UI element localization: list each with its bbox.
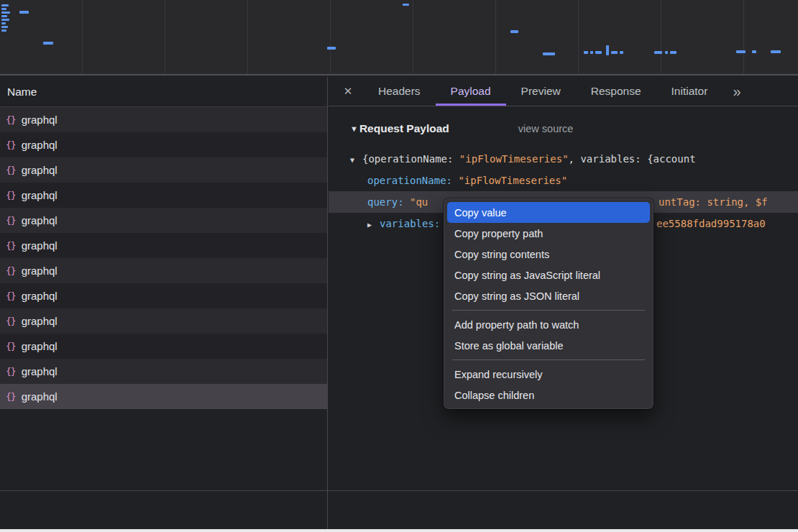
tab-response[interactable]: Response [576, 77, 656, 106]
network-request-row[interactable]: {}graphql [0, 233, 327, 258]
tab-initiator[interactable]: Initiator [656, 77, 723, 106]
close-button[interactable]: ✕ [336, 77, 360, 106]
network-request-row[interactable]: {}graphql [0, 183, 327, 208]
timeline-activity-bar [327, 47, 336, 50]
tab-preview[interactable]: Preview [506, 77, 576, 106]
timeline-activity-bar [595, 51, 602, 54]
window-bottom-edge [0, 529, 798, 532]
network-request-row[interactable]: {}graphql [0, 208, 327, 233]
timeline-activity-bar [1, 15, 7, 17]
timeline-activity-bar [670, 51, 677, 54]
close-icon: ✕ [344, 85, 353, 98]
footer-divider [0, 490, 798, 491]
request-name: graphql [22, 315, 58, 327]
timeline-activity-bar [665, 51, 668, 54]
timeline-activity-bar [403, 4, 409, 6]
menu-item-add-property-path-to-watch[interactable]: Add property path to watch [447, 314, 650, 335]
json-braces-icon: {} [6, 139, 16, 150]
timeline-gridline [743, 0, 744, 74]
timeline-activity-bar [606, 45, 609, 55]
menu-item-expand-recursively[interactable]: Expand recursively [447, 364, 650, 385]
timeline-activity-bar [611, 51, 618, 54]
json-braces-icon: {} [6, 190, 16, 201]
timeline-activity-bar [19, 11, 29, 14]
operation-name-row[interactable]: operationName: "ipFlowTimeseries" [350, 170, 798, 191]
timeline-gridline [578, 0, 579, 74]
section-title: Request Payload [359, 122, 449, 135]
json-braces-icon: {} [6, 265, 16, 276]
json-braces-icon: {} [6, 341, 16, 352]
timeline-activity-bar [584, 51, 588, 54]
request-name: graphql [22, 365, 58, 377]
request-name: graphql [22, 214, 58, 226]
timeline-activity-bar [654, 51, 662, 54]
timeline-gridline [165, 0, 165, 74]
json-braces-icon: {} [6, 240, 16, 251]
timeline-activity-bar [1, 22, 6, 24]
menu-separator [452, 310, 645, 311]
network-request-list: {}graphql{}graphql{}graphql{}graphql{}gr… [0, 107, 327, 409]
request-name: graphql [22, 239, 58, 252]
network-request-row[interactable]: {}graphql [0, 157, 327, 183]
json-braces-icon: {} [6, 215, 16, 226]
network-request-row[interactable]: {}graphql [0, 384, 327, 409]
timeline-activity-bar [1, 29, 6, 32]
network-request-row[interactable]: {}graphql [0, 334, 327, 359]
request-name: graphql [22, 265, 58, 277]
timeline-gridline [330, 0, 331, 74]
network-overview-timeline[interactable] [0, 0, 798, 75]
timeline-activity-bar [1, 4, 9, 6]
json-braces-icon: {} [6, 391, 16, 402]
variables-row-continuation: ee5588fdad995178a0 [656, 213, 766, 234]
request-name: graphql [22, 290, 58, 302]
payload-preview-row[interactable]: ▼{operationName: "ipFlowTimeseries", var… [350, 148, 798, 170]
column-header-name[interactable]: Name [0, 77, 327, 107]
expander-closed-icon[interactable]: ▶ [367, 214, 375, 236]
timeline-gridline [413, 0, 413, 74]
timeline-activity-bar [1, 12, 10, 14]
request-name: graphql [22, 189, 58, 201]
menu-item-copy-property-path[interactable]: Copy property path [447, 223, 650, 244]
json-braces-icon: {} [6, 316, 16, 326]
network-request-row[interactable]: {}graphql [0, 107, 327, 132]
menu-item-copy-value[interactable]: Copy value [447, 202, 650, 223]
details-tabbar: ✕ HeadersPayloadPreviewResponseInitiator… [329, 77, 798, 106]
menu-item-collapse-children[interactable]: Collapse children [447, 385, 650, 405]
more-tabs-button[interactable]: » [724, 83, 749, 100]
json-key: operationName: [367, 175, 458, 186]
preview-string: "ipFlowTimeseries" [459, 153, 569, 165]
expander-open-icon[interactable]: ▼ [350, 150, 357, 171]
menu-item-copy-string-contents[interactable]: Copy string contents [447, 244, 650, 265]
network-requests-panel: Name {}graphql{}graphql{}graphql{}graphq… [0, 77, 328, 532]
network-request-row[interactable]: {}graphql [0, 258, 327, 283]
menu-item-copy-string-as-json-literal[interactable]: Copy string as JSON literal [447, 285, 650, 306]
menu-item-store-as-global-variable[interactable]: Store as global variable [447, 335, 650, 356]
json-key: query: [367, 196, 410, 208]
request-name: graphql [22, 340, 58, 352]
json-key: variables: [380, 218, 440, 229]
timeline-activity-bar [620, 51, 623, 54]
json-string-value: "ipFlowTimeseries" [458, 175, 567, 186]
view-source-link[interactable]: view source [518, 123, 574, 134]
json-braces-icon: {} [6, 290, 16, 301]
network-request-row[interactable]: {}graphql [0, 132, 327, 157]
details-tabs: HeadersPayloadPreviewResponseInitiator [363, 77, 723, 106]
timeline-activity-bar [510, 30, 518, 33]
timeline-gridline [495, 0, 496, 74]
tab-headers[interactable]: Headers [363, 77, 436, 106]
section-expander-icon[interactable]: ▼ [350, 124, 358, 133]
json-string-value: "qu [410, 196, 428, 208]
menu-separator [452, 359, 645, 360]
json-braces-icon: {} [6, 366, 16, 377]
network-request-row[interactable]: {}graphql [0, 283, 327, 308]
menu-item-copy-string-as-javascript-literal[interactable]: Copy string as JavaScript literal [447, 265, 650, 285]
timeline-activity-bar [543, 52, 555, 55]
timeline-activity-bar [590, 51, 593, 54]
timeline-gridline [247, 0, 248, 74]
query-row-continuation: untTag: string, $f [659, 191, 768, 213]
tab-payload[interactable]: Payload [436, 77, 506, 106]
network-request-row[interactable]: {}graphql [0, 308, 327, 334]
network-request-row[interactable]: {}graphql [0, 359, 327, 384]
context-menu: Copy valueCopy property pathCopy string … [444, 198, 653, 409]
timeline-activity-bar [736, 50, 746, 53]
